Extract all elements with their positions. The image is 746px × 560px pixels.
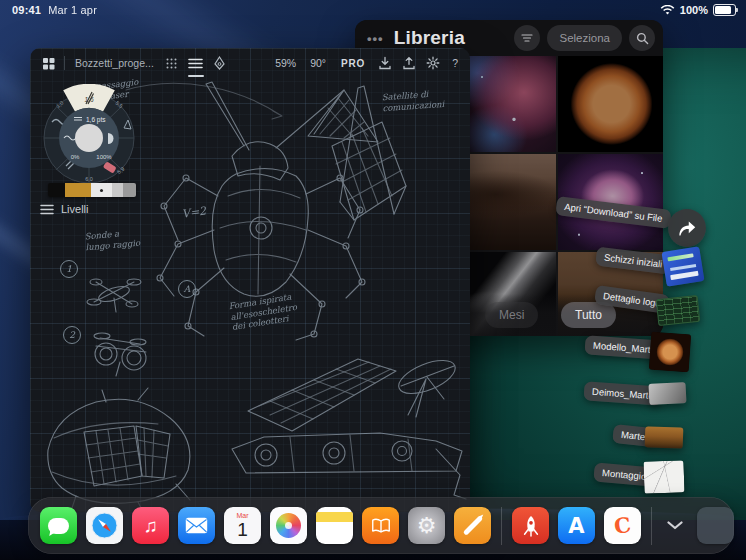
tool-wheel[interactable]: 1,6 1,0 5,5 5,9 6,0 1,6 pts 0% 100% — [38, 84, 140, 188]
swatch-gray[interactable] — [123, 183, 136, 197]
gear-icon: ⚙ — [417, 513, 437, 538]
document-title[interactable]: Bozzetti_proge... — [75, 57, 154, 69]
dock: ♫ Mar 1 ⚙ A C — [28, 497, 734, 554]
drag-thumb-moon-rock[interactable] — [648, 382, 686, 405]
four-squares-icon — [42, 57, 55, 70]
swatch-gold[interactable] — [65, 183, 91, 197]
concepts-c-icon: C — [612, 512, 632, 539]
calendar-day: 1 — [237, 520, 248, 539]
photo-nebula-horsehead[interactable] — [456, 56, 556, 152]
photo-mars-globe[interactable] — [558, 56, 663, 152]
library-title: Libreria — [394, 27, 465, 49]
dock-app-mail[interactable] — [178, 507, 215, 544]
rotation-angle[interactable]: 90° — [310, 57, 326, 69]
tool-size-label: 6,0 — [85, 176, 93, 182]
layers-row[interactable]: Livelli — [40, 203, 89, 215]
swatch-black[interactable] — [48, 183, 65, 197]
pen-nib-icon — [213, 56, 226, 70]
dock-app-library[interactable] — [697, 507, 734, 544]
notes-yellow-cap — [316, 512, 353, 522]
dock-app-calendar[interactable]: Mar 1 — [224, 507, 261, 544]
export-tray-icon — [402, 56, 416, 70]
rover-sketch — [232, 354, 466, 499]
import-button[interactable] — [373, 51, 397, 75]
dock-app-settings[interactable]: ⚙ — [408, 507, 445, 544]
photo-mars-hills[interactable] — [456, 154, 556, 250]
tab-tutto[interactable]: Tutto — [561, 302, 616, 328]
dock-divider — [651, 507, 652, 545]
pen-mode-button[interactable] — [208, 51, 232, 75]
annotation-satellite: Satellite dicomunicazioni — [381, 88, 444, 114]
stacked-lines-icon — [188, 58, 203, 69]
status-date: Mar 1 apr — [48, 4, 97, 16]
calendar-weekday: Mar — [236, 512, 248, 519]
drag-thumb-mars-sphere[interactable] — [649, 332, 692, 373]
pod-sketch — [48, 388, 190, 512]
status-time: 09:41 — [12, 4, 41, 16]
help-button[interactable]: ? — [452, 57, 458, 69]
select-button[interactable]: Seleziona — [547, 25, 622, 51]
chevron-down-icon — [667, 521, 683, 530]
zoom-level[interactable]: 59% — [275, 57, 296, 69]
annotation-number-2: 2 — [63, 326, 81, 344]
drag-thumb-circuit-card[interactable] — [656, 295, 701, 326]
layers-list-icon — [40, 204, 54, 215]
sketch-app-window: passaggioal laser Satellite dicomunicazi… — [30, 48, 470, 512]
app-store-a-icon: A — [568, 514, 584, 538]
drag-thumb-blue-sticker[interactable] — [661, 246, 704, 287]
dock-recent-rocket-app[interactable] — [512, 507, 549, 544]
color-swatch-strip[interactable] — [48, 183, 136, 197]
settings-button[interactable] — [421, 51, 445, 75]
open-book-icon — [370, 517, 392, 535]
drag-thumb-sketch-page[interactable] — [643, 460, 684, 493]
rocket-icon — [520, 514, 542, 538]
dots-grid-icon — [165, 57, 178, 70]
dock-divider — [501, 507, 502, 545]
tab-mesi[interactable]: Mesi — [485, 302, 538, 328]
wheel-center-button[interactable] — [75, 124, 103, 152]
forward-arrow-icon — [677, 220, 697, 237]
pro-badge[interactable]: PRO — [341, 58, 365, 69]
opacity-min: 0% — [71, 154, 80, 160]
stroke-width-value: 1,6 pts — [86, 116, 106, 124]
sketch-toolbar: Bozzetti_proge... 59% — [30, 48, 470, 78]
gallery-grid-button[interactable] — [36, 51, 60, 75]
battery-icon — [713, 4, 736, 16]
filter-lines-icon — [521, 33, 533, 43]
dock-recent-concepts[interactable]: C — [604, 507, 641, 544]
status-bar: 09:41Mar 1 apr 100% — [0, 0, 746, 22]
opacity-max: 100% — [96, 154, 112, 160]
dock-app-photos[interactable] — [270, 507, 307, 544]
share-forward-button[interactable] — [668, 209, 706, 247]
export-button[interactable] — [397, 51, 421, 75]
dock-app-messages[interactable] — [40, 507, 77, 544]
swatch-lightgray[interactable] — [112, 183, 123, 197]
dock-app-safari[interactable] — [86, 507, 123, 544]
view-options-button[interactable] — [514, 25, 540, 51]
annotation-letter-a: A — [178, 280, 196, 298]
chat-bubble-icon — [48, 518, 69, 534]
envelope-icon — [185, 517, 208, 534]
dock-collapse-chevron[interactable] — [662, 507, 688, 544]
drone-sketch-1 — [87, 279, 141, 312]
layers-panel-button[interactable] — [184, 51, 208, 75]
pen-icon — [462, 515, 483, 536]
search-button[interactable] — [629, 25, 655, 51]
battery-percent: 100% — [680, 4, 708, 16]
gear-icon — [426, 56, 440, 70]
wifi-icon — [660, 5, 675, 16]
annotation-arrow — [126, 83, 282, 119]
dock-app-music[interactable]: ♫ — [132, 507, 169, 544]
swatch-white-selected[interactable] — [91, 183, 112, 197]
precision-grid-button[interactable] — [160, 51, 184, 75]
dock-app-drawing[interactable] — [454, 507, 491, 544]
search-icon — [636, 32, 649, 45]
dock-app-books[interactable] — [362, 507, 399, 544]
photos-flower-icon — [276, 513, 301, 538]
drag-thumb-mars-panorama[interactable] — [645, 426, 684, 448]
safari-compass-icon — [90, 511, 119, 540]
dock-recent-app-store[interactable]: A — [558, 507, 595, 544]
window-controls-dots[interactable]: ••• — [367, 31, 384, 46]
dock-app-notes[interactable] — [316, 507, 353, 544]
music-note-icon: ♫ — [143, 515, 157, 537]
